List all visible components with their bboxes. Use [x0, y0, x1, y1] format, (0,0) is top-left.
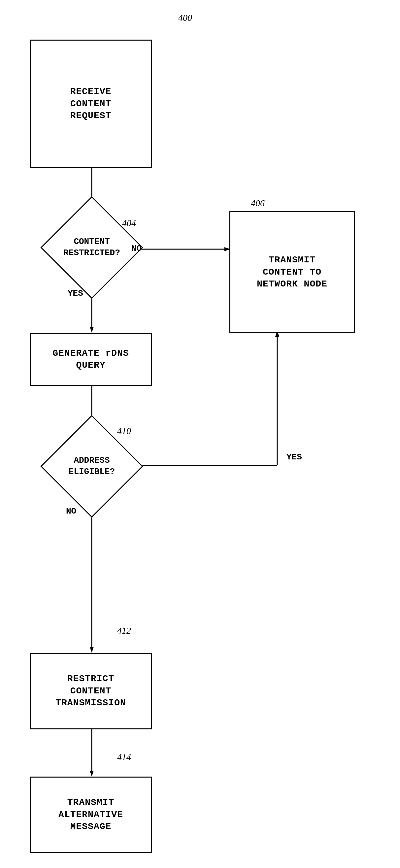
generate-rdns-label: GENERATE rDNSQUERY	[53, 347, 129, 372]
content-restricted-diamond: CONTENTRESTRICTED?	[56, 211, 128, 284]
restrict-content-label: RESTRICTCONTENTTRANSMISSION	[56, 673, 126, 709]
no-label-2: NO	[66, 506, 76, 516]
transmit-alternative-box: TRANSMITALTERNATIVEMESSAGE	[30, 777, 152, 853]
annotation-414: 414	[117, 752, 131, 763]
receive-content-request-box: RECEIVECONTENTREQUEST	[30, 40, 152, 168]
transmit-content-label: TRANSMITCONTENT TONETWORK NODE	[257, 254, 328, 290]
annotation-406: 406	[251, 198, 265, 209]
address-eligible-diamond: ADDRESSELIGIBLE?	[56, 430, 128, 503]
diagram-title: 400	[178, 12, 192, 23]
generate-rdns-box: GENERATE rDNSQUERY	[30, 333, 152, 386]
transmit-alternative-label: TRANSMITALTERNATIVEMESSAGE	[58, 797, 123, 833]
svg-marker-3	[90, 327, 94, 333]
receive-content-label: RECEIVECONTENTREQUEST	[70, 86, 112, 122]
svg-marker-9	[90, 647, 94, 653]
annotation-412: 412	[117, 625, 131, 636]
address-eligible-label: ADDRESSELIGIBLE?	[69, 455, 115, 477]
restrict-content-box: RESTRICTCONTENTTRANSMISSION	[30, 653, 152, 730]
flowchart-diagram: 400 402 404 406 408 410 412 414 RECEIVEC…	[0, 0, 400, 868]
content-restricted-label: CONTENTRESTRICTED?	[63, 236, 120, 259]
transmit-content-box: TRANSMITCONTENT TONETWORK NODE	[229, 211, 355, 333]
yes-label-1: YES	[68, 288, 83, 298]
yes-label-2: YES	[286, 452, 302, 462]
no-label-1: NO	[131, 244, 142, 253]
svg-marker-14	[90, 771, 94, 777]
